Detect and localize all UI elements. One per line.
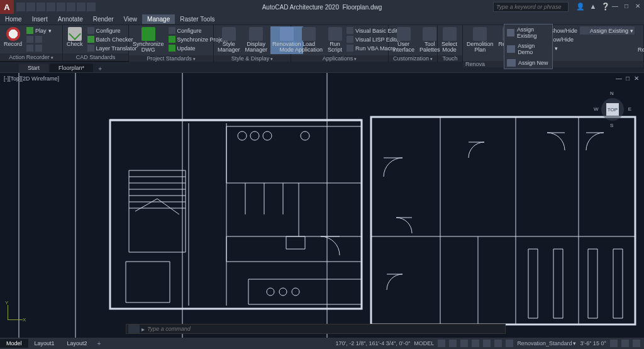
drawing-canvas[interactable]: [-][Top][2D Wireframe] — □ ✕ [0, 73, 644, 338]
viewcube-top[interactable]: TOP [606, 103, 619, 116]
status-toggle[interactable] [494, 340, 502, 347]
tab-model[interactable]: Model [0, 339, 28, 348]
assign-demo-item[interactable]: Assign Demo [504, 41, 552, 57]
doc-tab-start[interactable]: Start [19, 64, 48, 72]
select-mode-button[interactable]: Select Mode [440, 26, 459, 54]
status-toggle[interactable] [449, 340, 457, 347]
svg-rect-46 [588, 249, 597, 318]
model-badge[interactable]: MODEL [414, 340, 434, 346]
menu-manage[interactable]: Manage [142, 14, 175, 24]
reno-standard-dropdown[interactable]: Renovation_Standard ▾ [517, 340, 576, 346]
svg-rect-4 [110, 120, 362, 309]
doc-tab-floorplan[interactable]: Floorplan* [50, 64, 93, 72]
qat-icon[interactable] [16, 3, 25, 11]
menu-render[interactable]: Render [88, 14, 119, 24]
svg-rect-47 [613, 249, 623, 318]
close-button[interactable]: ✕ [633, 1, 643, 10]
ucs-icon: X Y [6, 302, 25, 321]
menu-annotate[interactable]: Annotate [53, 14, 88, 24]
run-script-button[interactable]: Run Script [326, 26, 344, 54]
qat-icon[interactable] [77, 3, 86, 11]
qat-icon[interactable] [57, 3, 65, 11]
svg-rect-44 [528, 249, 538, 318]
demolition-plan-button[interactable]: Demolition Plan [465, 26, 496, 54]
close-renovation-button[interactable]: ✕Close Renovation Mode [636, 26, 644, 60]
minimize-button[interactable]: — [610, 1, 620, 10]
menu-insert[interactable]: Insert [27, 14, 53, 24]
panel-applications[interactable]: Applications [291, 55, 388, 62]
recorder-icon[interactable] [25, 35, 53, 43]
menu-home[interactable]: Home [0, 14, 27, 24]
help-search-input[interactable] [494, 3, 568, 11]
new-doc-button[interactable]: + [94, 65, 106, 72]
panel-cad-standards[interactable]: CAD Standards [63, 53, 128, 61]
qat-icon[interactable] [36, 3, 45, 11]
user-interface-button[interactable]: User Interface [391, 26, 416, 54]
user-icon[interactable]: 👤 [576, 2, 585, 11]
svg-point-19 [301, 131, 309, 140]
svg-rect-27 [248, 279, 362, 304]
status-toggle[interactable] [633, 340, 640, 347]
layout-tabs: Model Layout1 Layout2 + 170', -2 1/8", 1… [0, 338, 644, 349]
assign-new-item[interactable]: Assign New [504, 57, 552, 69]
panel-style-display[interactable]: Style & Display [214, 55, 291, 62]
command-input[interactable] [145, 326, 505, 332]
status-toggle[interactable] [506, 340, 513, 347]
status-toggle[interactable] [460, 340, 468, 347]
display-manager-button[interactable]: Display Manager [243, 26, 270, 54]
viewcube-w[interactable]: W [594, 106, 599, 112]
status-toggle[interactable] [438, 340, 445, 347]
sync-dwg-button[interactable]: Synchronize DWG [131, 26, 166, 54]
qat-icon[interactable] [47, 3, 55, 11]
tab-layout2[interactable]: Layout2 [61, 339, 94, 348]
panel-project-standards[interactable]: Project Standards [129, 55, 213, 62]
qat-icon[interactable] [67, 3, 75, 11]
viewcube-n[interactable]: N [610, 91, 614, 96]
check-button[interactable]: Check [65, 26, 85, 48]
panel-renovation[interactable]: Renova [463, 61, 643, 67]
svg-point-30 [292, 288, 299, 296]
help-icon[interactable]: ❔ [601, 2, 610, 11]
coords-readout: 170', -2 1/8", 161'-4 3/4", 0'-0" [336, 340, 411, 346]
help-search[interactable] [493, 2, 569, 12]
viewcube-s[interactable]: S [610, 123, 613, 128]
svg-point-28 [267, 288, 274, 296]
title-text: AutoCAD Architecture 2020 Floorplan.dwg [262, 4, 382, 11]
add-layout-button[interactable]: + [94, 339, 105, 348]
svg-point-16 [238, 131, 247, 140]
play-button[interactable]: Play▾ [25, 26, 53, 35]
record-button[interactable]: Record [2, 26, 24, 48]
autodesk-icon[interactable]: ▲ [589, 2, 597, 11]
app-logo[interactable]: A [0, 0, 14, 14]
floorplan-drawing [0, 73, 644, 338]
panel-customization[interactable]: Customization [389, 55, 437, 62]
tab-layout1[interactable]: Layout1 [28, 339, 61, 348]
svg-rect-25 [286, 236, 305, 249]
load-app-button[interactable]: Load Application [293, 26, 325, 54]
status-toggle[interactable] [610, 340, 618, 347]
status-toggle[interactable] [483, 340, 491, 347]
viewcube-e[interactable]: E [628, 106, 631, 112]
svg-point-29 [279, 288, 287, 296]
viewcube[interactable]: TOP N S E W [594, 91, 631, 128]
svg-point-17 [250, 131, 259, 140]
panel-action-recorder[interactable]: Action Recorder [0, 53, 62, 61]
qat-icon[interactable] [87, 3, 96, 11]
qat-icon[interactable] [26, 3, 35, 11]
style-manager-button[interactable]: Style Manager [216, 26, 242, 54]
qat-icons [16, 3, 96, 11]
status-toggle[interactable] [472, 340, 479, 347]
status-toggle[interactable] [621, 340, 629, 347]
svg-rect-32 [371, 117, 635, 324]
command-prompt-icon[interactable] [128, 324, 140, 333]
menu-view[interactable]: View [119, 14, 143, 24]
status-bar: 170', -2 1/8", 161'-4 3/4", 0'-0" MODEL … [336, 340, 644, 347]
menu-raster[interactable]: Raster Tools [175, 14, 219, 24]
panel-touch[interactable]: Touch [438, 55, 462, 62]
command-line[interactable]: ▸ [126, 324, 506, 334]
assign-existing-item[interactable]: Assign Existing [504, 25, 552, 41]
recorder-icon[interactable] [25, 44, 53, 52]
assign-existing-button[interactable]: Assign Existing▾ [580, 26, 635, 35]
angle-readout[interactable]: 3'-6" 15 0° [580, 340, 606, 346]
maximize-button[interactable]: □ [621, 1, 631, 10]
